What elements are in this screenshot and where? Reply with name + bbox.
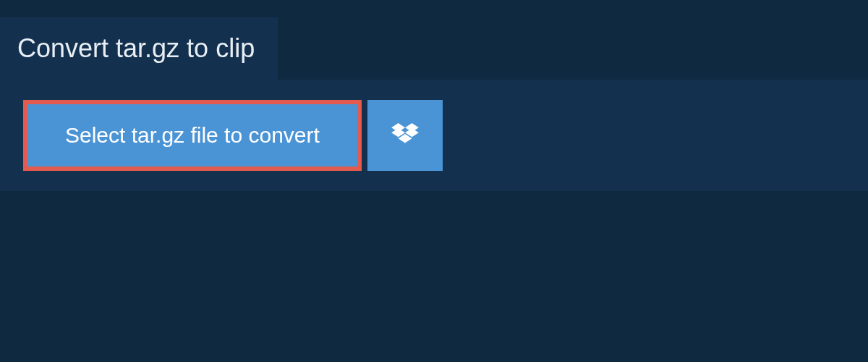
upload-panel: Select tar.gz file to convert bbox=[0, 80, 868, 191]
select-file-label: Select tar.gz file to convert bbox=[65, 123, 320, 148]
tab-header: Convert tar.gz to clip bbox=[0, 17, 278, 80]
select-file-button[interactable]: Select tar.gz file to convert bbox=[23, 100, 362, 171]
button-row: Select tar.gz file to convert bbox=[23, 100, 845, 171]
dropbox-icon bbox=[391, 123, 419, 148]
page-title: Convert tar.gz to clip bbox=[17, 33, 255, 64]
dropbox-button[interactable] bbox=[367, 100, 443, 171]
